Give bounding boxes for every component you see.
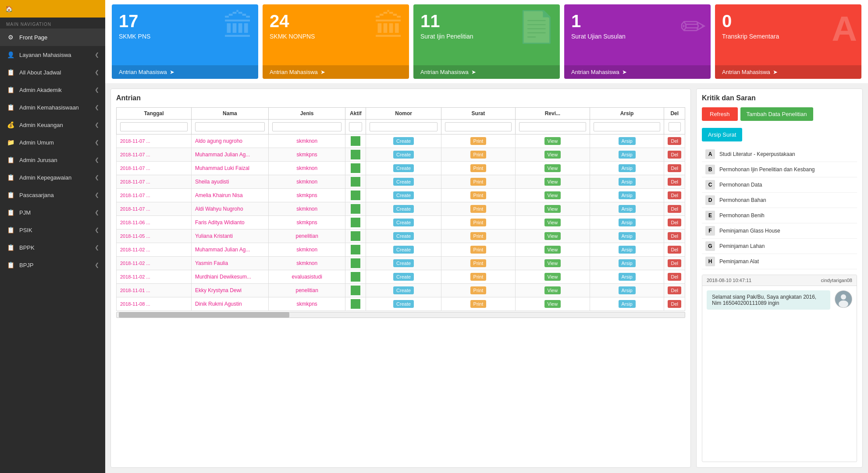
btn-del[interactable]: Del (668, 286, 681, 294)
list-item[interactable]: G Peminjaman Lahan (702, 239, 857, 254)
cell-surat[interactable]: Print (441, 270, 515, 284)
card-footer-4[interactable]: Antrian Mahasiswa ➤ (564, 65, 711, 79)
filter-del[interactable] (669, 122, 681, 131)
btn-print[interactable]: Print (470, 191, 487, 199)
horizontal-scrollbar[interactable] (116, 312, 685, 318)
btn-arsip[interactable]: Arsip (619, 300, 636, 308)
cell-nomor[interactable]: Create (366, 202, 441, 216)
cell-del[interactable]: Del (664, 202, 685, 216)
btn-view[interactable]: View (544, 191, 561, 199)
cell-arsip[interactable]: Arsip (590, 243, 664, 257)
btn-view[interactable]: View (544, 151, 561, 159)
cell-surat[interactable]: Print (441, 243, 515, 257)
sidebar-item-admin-jurusan[interactable]: 📋 Admin Jurusan ❮ (0, 151, 105, 169)
btn-print[interactable]: Print (470, 164, 487, 172)
cell-surat[interactable]: Print (441, 297, 515, 311)
btn-view[interactable]: View (544, 246, 561, 254)
sidebar-item-admin-kemahasiswaan[interactable]: 📋 Admin Kemahasiswaan ❮ (0, 99, 105, 116)
cell-nomor[interactable]: Create (366, 297, 441, 311)
btn-view[interactable]: View (544, 137, 561, 145)
cell-del[interactable]: Del (664, 134, 685, 148)
btn-create[interactable]: Create (393, 219, 414, 226)
btn-print[interactable]: Print (470, 219, 487, 226)
btn-print[interactable]: Print (470, 205, 487, 213)
cell-nomor[interactable]: Create (366, 216, 441, 229)
cell-arsip[interactable]: Arsip (590, 216, 664, 229)
cell-nomor[interactable]: Create (366, 229, 441, 243)
cell-nomor[interactable]: Create (366, 257, 441, 270)
cell-arsip[interactable]: Arsip (590, 270, 664, 284)
btn-create[interactable]: Create (393, 273, 414, 281)
cell-revi[interactable]: View (516, 175, 590, 189)
btn-print[interactable]: Print (470, 178, 487, 186)
list-item[interactable]: H Peminjaman Alat (702, 254, 857, 269)
cell-del[interactable]: Del (664, 243, 685, 257)
btn-view[interactable]: View (544, 273, 561, 281)
cell-nomor[interactable]: Create (366, 270, 441, 284)
sidebar-item-admin-umum[interactable]: 📁 Admin Umum ❮ (0, 134, 105, 151)
btn-del[interactable]: Del (668, 151, 681, 159)
cell-del[interactable]: Del (664, 297, 685, 311)
btn-arsip[interactable]: Arsip (619, 164, 636, 172)
cell-nomor[interactable]: Create (366, 162, 441, 175)
filter-nomor[interactable] (370, 122, 437, 131)
cell-del[interactable]: Del (664, 270, 685, 284)
sidebar-item-pjm[interactable]: 📋 PJM ❮ (0, 204, 105, 221)
filter-jenis[interactable] (272, 122, 342, 131)
card-skmk-nonpns[interactable]: 🏛 24 SKMK NONPNS Antrian Mahasiswa ➤ (263, 4, 409, 79)
list-item[interactable]: D Permohonan Bahan (702, 193, 857, 208)
btn-arsip[interactable]: Arsip (619, 273, 636, 281)
cell-del[interactable]: Del (664, 148, 685, 162)
btn-del[interactable]: Del (668, 191, 681, 199)
cell-revi[interactable]: View (516, 148, 590, 162)
cell-arsip[interactable]: Arsip (590, 175, 664, 189)
filter-surat[interactable] (445, 122, 512, 131)
cell-revi[interactable]: View (516, 297, 590, 311)
card-transkrip[interactable]: A 0 Transkrip Sementara Antrian Mahasisw… (715, 4, 861, 79)
tambah-button[interactable]: Tambah Data Penelitian (740, 107, 813, 121)
btn-create[interactable]: Create (393, 191, 414, 199)
list-item[interactable]: F Peminjaman Glass House (702, 223, 857, 239)
sidebar-item-layanan-mahasiswa[interactable]: 👤 Layanan Mahasiswa ❮ (0, 46, 105, 64)
cell-surat[interactable]: Print (441, 175, 515, 189)
cell-nomor[interactable]: Create (366, 189, 441, 202)
btn-del[interactable]: Del (668, 246, 681, 254)
btn-create[interactable]: Create (393, 151, 414, 159)
btn-print[interactable]: Print (470, 151, 487, 159)
list-item[interactable]: B Permohonan Ijin Penelitian dan Kesbang (702, 162, 857, 177)
btn-del[interactable]: Del (668, 232, 681, 240)
sidebar-item-front-page[interactable]: ⚙ Front Page (0, 28, 105, 46)
card-ujian-susulan[interactable]: ✏ 1 Surat Ujian Susulan Antrian Mahasisw… (564, 4, 711, 79)
card-surat-ijin[interactable]: 📄 11 Surat Ijin Penelitian Antrian Mahas… (413, 4, 560, 79)
btn-print[interactable]: Print (470, 286, 487, 294)
cell-arsip[interactable]: Arsip (590, 189, 664, 202)
cell-surat[interactable]: Print (441, 257, 515, 270)
btn-create[interactable]: Create (393, 286, 414, 294)
btn-create[interactable]: Create (393, 137, 414, 145)
cell-del[interactable]: Del (664, 284, 685, 297)
cell-del[interactable]: Del (664, 257, 685, 270)
sidebar-item-admin-kepegawaian[interactable]: 📋 Admin Kepegawaian ❮ (0, 169, 105, 186)
btn-print[interactable]: Print (470, 259, 487, 267)
filter-tanggal[interactable] (120, 122, 188, 131)
sidebar-item-admin-akademik[interactable]: 📋 Admin Akademik ❮ (0, 81, 105, 99)
card-footer-3[interactable]: Antrian Mahasiswa ➤ (413, 65, 560, 79)
cell-revi[interactable]: View (516, 270, 590, 284)
list-item[interactable]: E Permohonan Benih (702, 208, 857, 223)
cell-surat[interactable]: Print (441, 148, 515, 162)
btn-del[interactable]: Del (668, 178, 681, 186)
cell-del[interactable]: Del (664, 175, 685, 189)
btn-create[interactable]: Create (393, 232, 414, 240)
btn-print[interactable]: Print (470, 232, 487, 240)
btn-arsip[interactable]: Arsip (619, 151, 636, 159)
cell-arsip[interactable]: Arsip (590, 257, 664, 270)
cell-nomor[interactable]: Create (366, 284, 441, 297)
sidebar-item-admin-keuangan[interactable]: 💰 Admin Keuangan ❮ (0, 116, 105, 134)
cell-nomor[interactable]: Create (366, 243, 441, 257)
cell-nomor[interactable]: Create (366, 148, 441, 162)
cell-nomor[interactable]: Create (366, 134, 441, 148)
cell-arsip[interactable]: Arsip (590, 297, 664, 311)
btn-arsip[interactable]: Arsip (619, 219, 636, 226)
filter-arsip[interactable] (594, 122, 661, 131)
btn-del[interactable]: Del (668, 300, 681, 308)
